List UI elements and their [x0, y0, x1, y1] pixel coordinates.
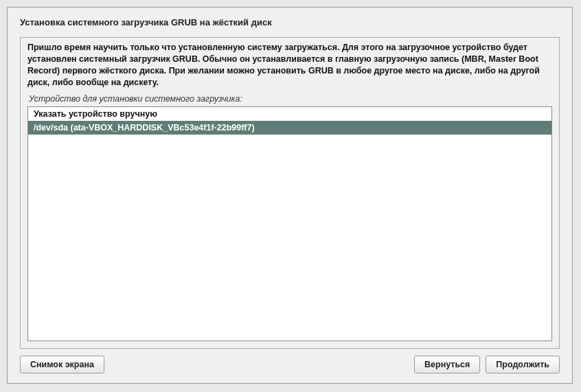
page-title: Установка системного загрузчика GRUB на …	[20, 17, 560, 27]
device-listbox[interactable]: Указать устройство вручную /dev/sda (ata…	[27, 106, 552, 342]
button-group-right: Вернуться Продолжить	[414, 356, 560, 373]
back-button[interactable]: Вернуться	[414, 356, 480, 373]
continue-button[interactable]: Продолжить	[486, 356, 560, 373]
description-text: Пришло время научить только что установл…	[27, 42, 552, 89]
screenshot-button[interactable]: Снимок экрана	[20, 356, 104, 373]
installer-window: Установка системного загрузчика GRUB на …	[7, 7, 573, 384]
list-item-dev-sda[interactable]: /dev/sda (ata-VBOX_HARDDISK_VBc53e4f1f-2…	[28, 121, 551, 135]
content-frame: Пришло время научить только что установл…	[20, 37, 560, 349]
button-group-left: Снимок экрана	[20, 356, 104, 373]
list-item-manual[interactable]: Указать устройство вручную	[28, 107, 551, 121]
device-prompt-label: Устройство для установки системного загр…	[29, 94, 552, 104]
button-row: Снимок экрана Вернуться Продолжить	[20, 356, 560, 373]
